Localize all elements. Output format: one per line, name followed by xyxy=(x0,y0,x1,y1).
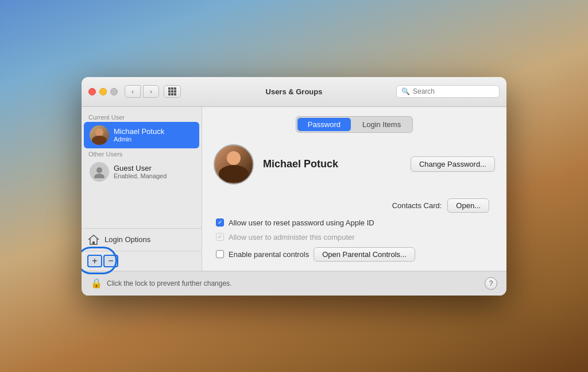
guest-user-status: Enabled, Managed xyxy=(114,172,167,179)
window-title: Users & Groups xyxy=(266,87,323,96)
main-content: Current User Michael Potuck Admin Other … xyxy=(82,107,506,271)
sidebar-bottom-controls: + − xyxy=(82,251,202,271)
change-password-button[interactable]: Change Password... xyxy=(411,156,495,172)
guest-user-name: Guest User xyxy=(114,164,167,172)
sidebar: Current User Michael Potuck Admin Other … xyxy=(82,107,202,271)
login-options-icon xyxy=(87,233,100,246)
tab-group: Password Login Items xyxy=(296,116,413,133)
lock-label: Click the lock to prevent further change… xyxy=(107,279,480,287)
tabs-row: Password Login Items xyxy=(214,116,495,133)
user-avatar-large xyxy=(214,144,254,185)
contacts-label: Contacts Card: xyxy=(392,201,442,210)
svg-point-1 xyxy=(94,174,105,178)
parental-checkbox[interactable] xyxy=(216,250,224,258)
forward-button[interactable]: › xyxy=(143,85,159,98)
user-section: Michael Potuck Change Password... xyxy=(214,144,495,185)
search-icon: 🔍 xyxy=(401,87,410,95)
login-options-label: Login Options xyxy=(105,235,150,244)
current-user-section-label: Current User xyxy=(82,112,202,122)
add-user-button[interactable]: + xyxy=(87,255,102,267)
other-users-section-label: Other Users xyxy=(82,148,202,159)
open-contacts-button[interactable]: Open... xyxy=(447,198,489,213)
title-bar: ‹ › Users & Groups 🔍 xyxy=(82,77,506,107)
allow-reset-checkbox[interactable] xyxy=(216,218,224,227)
open-parental-button[interactable]: Open Parental Controls... xyxy=(314,247,415,262)
back-button[interactable]: ‹ xyxy=(125,85,141,98)
person-icon xyxy=(93,166,106,178)
search-input[interactable] xyxy=(413,87,494,95)
allow-admin-label: Allow user to administer this computer xyxy=(229,233,355,241)
house-icon xyxy=(88,234,99,246)
svg-point-0 xyxy=(96,167,102,173)
avatar xyxy=(90,125,109,145)
tab-password[interactable]: Password xyxy=(297,118,351,131)
sidebar-spacer xyxy=(82,185,202,228)
right-panel: Password Login Items Michael Potuck Chan… xyxy=(202,107,506,271)
sidebar-item-guest[interactable]: Guest User Enabled, Managed xyxy=(84,159,199,185)
parental-label: Enable parental controls xyxy=(229,250,309,259)
current-user-name: Michael Potuck xyxy=(114,127,164,136)
guest-avatar xyxy=(90,162,109,182)
search-bar[interactable]: 🔍 xyxy=(396,85,500,98)
minimize-button[interactable] xyxy=(99,88,107,95)
app-window: ‹ › Users & Groups 🔍 Current User xyxy=(82,77,506,296)
lock-icon[interactable]: 🔒 xyxy=(91,278,102,289)
user-full-name: Michael Potuck xyxy=(263,158,338,170)
options-section: Contacts Card: Open... Allow user to res… xyxy=(214,198,495,262)
guest-user-info: Guest User Enabled, Managed xyxy=(114,164,167,179)
close-button[interactable] xyxy=(88,88,96,95)
allow-admin-row: Allow user to administer this computer xyxy=(214,233,495,241)
allow-admin-checkbox[interactable] xyxy=(216,233,224,241)
current-user-role: Admin xyxy=(114,136,164,143)
grid-button[interactable] xyxy=(164,85,181,98)
maximize-button[interactable] xyxy=(110,88,118,95)
contacts-row: Contacts Card: Open... xyxy=(214,198,495,213)
allow-reset-row: Allow user to reset password using Apple… xyxy=(214,218,495,227)
nav-buttons: ‹ › xyxy=(125,85,159,98)
current-user-info: Michael Potuck Admin xyxy=(114,127,164,143)
help-button[interactable]: ? xyxy=(485,277,497,290)
sidebar-item-michael[interactable]: Michael Potuck Admin xyxy=(84,122,199,148)
back-icon: ‹ xyxy=(131,88,134,95)
login-options-row[interactable]: Login Options xyxy=(82,228,202,251)
svg-rect-3 xyxy=(92,241,95,244)
allow-reset-label: Allow user to reset password using Apple… xyxy=(229,218,374,227)
forward-icon: › xyxy=(150,88,152,95)
tab-login-items[interactable]: Login Items xyxy=(352,118,411,131)
bottom-bar: 🔒 Click the lock to prevent further chan… xyxy=(82,271,506,296)
parental-row: Enable parental controls Open Parental C… xyxy=(214,247,495,262)
remove-user-button[interactable]: − xyxy=(103,255,118,267)
traffic-lights xyxy=(88,88,118,95)
grid-icon xyxy=(168,87,176,95)
